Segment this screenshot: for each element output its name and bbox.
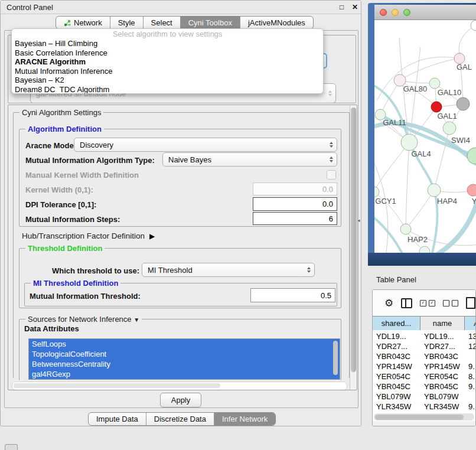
- table-row[interactable]: YDL19...YDL19...13: [373, 331, 475, 341]
- table-rows: YDL19...YDL19...13YDR27...YDR27...12YBR0…: [373, 331, 475, 413]
- bottom-tab-discretize-data[interactable]: Discretize Data: [146, 413, 214, 425]
- tab-style[interactable]: Style: [110, 17, 144, 29]
- gear-icon[interactable]: ⚙: [384, 298, 393, 308]
- minimize-traffic-light-icon[interactable]: [392, 9, 399, 16]
- network-window-titlebar[interactable]: [374, 5, 476, 20]
- data-attributes-list[interactable]: SelfLoopsTopologicalCoefficientBetweenne…: [28, 338, 340, 380]
- float-icon[interactable]: □: [340, 4, 344, 11]
- table-cell: YER054C: [376, 371, 419, 381]
- splitter-arrow-icon[interactable]: ◂: [357, 217, 360, 223]
- threshold-definition-title: Threshold Definition: [25, 244, 105, 253]
- attribute-item-topologicalcoefficient[interactable]: TopologicalCoefficient: [29, 349, 340, 359]
- mi-threshold-value: 0.5: [321, 291, 331, 300]
- table-horizontal-scrollbar[interactable]: [374, 413, 474, 420]
- table-cell: 9.: [468, 361, 475, 371]
- network-node-hap2[interactable]: [400, 224, 411, 234]
- network-node-hap4[interactable]: [428, 184, 441, 197]
- close-icon[interactable]: ✕: [352, 4, 358, 11]
- attribute-list-scrollbar[interactable]: [333, 341, 338, 375]
- tab-jactivemnodules[interactable]: jActiveMNodules: [240, 17, 313, 29]
- network-node[interactable]: [457, 97, 470, 110]
- table-header: shared...nameA: [373, 316, 475, 330]
- table-row[interactable]: YLR345WYLR345W9.: [373, 402, 475, 412]
- network-edge[interactable]: [400, 58, 459, 80]
- network-edge[interactable]: [374, 142, 409, 192]
- mi-type-combobox[interactable]: Naive Bayes: [162, 152, 337, 167]
- table-cell: YBR043C: [376, 351, 419, 361]
- kernel-width-label: Kernel Width (0,1):: [25, 185, 93, 194]
- table-row[interactable]: YBL079WYBL079W: [373, 392, 475, 402]
- network-node[interactable]: [471, 20, 476, 31]
- aracne-mode-combobox[interactable]: Discovery: [74, 138, 337, 152]
- mi-threshold-field[interactable]: 0.5: [250, 288, 335, 302]
- table-cell: YDR27...: [424, 341, 464, 351]
- settings-scrollpane: Cyni Algorithm Settings Algorithm Defini…: [8, 105, 357, 390]
- sources-title-row[interactable]: Sources for Network Inference ▼: [25, 315, 142, 324]
- attribute-item-selfloops[interactable]: SelfLoops: [29, 339, 340, 349]
- tab-label: Cyni Toolbox: [188, 18, 232, 27]
- hub-definition-toggle[interactable]: Hub/Transcription Factor Definition ▶: [22, 231, 155, 240]
- algorithm-option-aracne-algorithm[interactable]: ARACNE Algorithm: [12, 57, 323, 67]
- network-edge[interactable]: [406, 190, 434, 229]
- manual-kernel-checkbox[interactable]: [327, 170, 336, 180]
- table-panel: ⚙ ✓✓ shared...nameA YDL19...YDL19...13YD…: [372, 289, 476, 426]
- table-cell: YPR145W: [376, 361, 419, 371]
- bottom-tab-impute-data[interactable]: Impute Data: [89, 413, 146, 425]
- settings-vertical-scrollbar[interactable]: [350, 106, 357, 390]
- cutoff-corner-button[interactable]: [5, 444, 18, 450]
- network-icon: [64, 19, 71, 27]
- network-node[interactable]: [419, 246, 430, 253]
- mi-type-label: Mutual Information Algorithm Type:: [25, 156, 155, 165]
- document-icon[interactable]: [466, 297, 475, 309]
- apply-button[interactable]: Apply: [160, 393, 201, 407]
- attribute-item-gal4rgexp[interactable]: gal4RGexp: [29, 369, 340, 379]
- algorithm-option-basic-correlation-inference[interactable]: Basic Correlation Inference: [12, 48, 323, 58]
- unselect-all-columns-icon[interactable]: [443, 300, 458, 306]
- bottom-tab-infer-network[interactable]: Infer Network: [214, 413, 275, 425]
- network-node-label: GAL: [457, 63, 472, 71]
- chevron-right-icon: ▶: [149, 232, 155, 240]
- settings-horizontal-scrollbar[interactable]: [12, 381, 347, 390]
- which-threshold-value: MI Threshold: [148, 266, 193, 275]
- algorithm-option-bayesian-hill-climbing[interactable]: Bayesian – Hill Climbing: [12, 39, 323, 48]
- tab-cyni-toolbox[interactable]: Cyni Toolbox: [181, 17, 240, 29]
- network-canvas[interactable]: GALGAL80GAL10GAL1GAL11SWI4GAL4GCY1HAP4YH…: [374, 20, 476, 253]
- tab-select[interactable]: Select: [144, 17, 181, 29]
- tab-network[interactable]: Network: [56, 17, 110, 29]
- tab-label: jActiveMNodules: [248, 18, 305, 27]
- network-node-gal10[interactable]: [429, 78, 440, 89]
- table-row[interactable]: YBR045CYBR045C9.: [373, 381, 475, 392]
- mi-steps-field[interactable]: 6: [253, 212, 337, 225]
- table-row[interactable]: YPR145WYPR145W9.: [373, 361, 475, 371]
- table-row[interactable]: YDR27...YDR27...12: [373, 341, 475, 351]
- dpi-tolerance-field[interactable]: 0.0: [253, 197, 337, 211]
- column-header-name[interactable]: name: [420, 317, 465, 330]
- algorithm-option-mutual-information-inference[interactable]: Mutual Information Inference: [12, 67, 323, 76]
- control-panel-title: Control Panel: [6, 3, 53, 12]
- table-cell: YLR345W: [424, 402, 464, 412]
- cyni-bottom-tabbar: Impute DataDiscretize DataInfer Network: [88, 412, 276, 426]
- network-node-swi4[interactable]: [443, 122, 456, 135]
- table-row[interactable]: YBR043CYBR043C: [373, 351, 475, 361]
- network-node[interactable]: [467, 148, 476, 164]
- table-panel-title: Table Panel: [376, 275, 416, 284]
- close-traffic-light-icon[interactable]: [380, 9, 387, 16]
- table-toolbar: ⚙ ✓✓: [373, 290, 475, 316]
- network-node-y[interactable]: [467, 184, 476, 196]
- column-header-a[interactable]: A: [465, 317, 476, 330]
- network-edge[interactable]: [374, 123, 476, 167]
- network-edge[interactable]: [406, 142, 409, 229]
- select-all-columns-icon[interactable]: ✓✓: [420, 300, 435, 306]
- table-row[interactable]: YER054CYER054C8.: [373, 371, 475, 381]
- which-threshold-combobox[interactable]: MI Threshold: [142, 263, 315, 277]
- network-node-gal4[interactable]: [401, 134, 418, 151]
- attribute-item-betweennesscentrality[interactable]: BetweennessCentrality: [29, 359, 340, 369]
- split-columns-icon[interactable]: [401, 298, 412, 308]
- algorithm-option-bayesian-k2[interactable]: Bayesian – K2: [12, 76, 323, 85]
- network-node-gal1[interactable]: [431, 102, 442, 112]
- tab-label: Select: [151, 18, 172, 27]
- kernel-width-field[interactable]: 0.0: [253, 182, 337, 195]
- algorithm-option-dream8-dc-tdc-algorithm[interactable]: Dream8 DC_TDC Algorithm: [12, 85, 323, 94]
- zoom-traffic-light-icon[interactable]: [403, 9, 410, 16]
- column-header-shared-[interactable]: shared...: [373, 317, 420, 330]
